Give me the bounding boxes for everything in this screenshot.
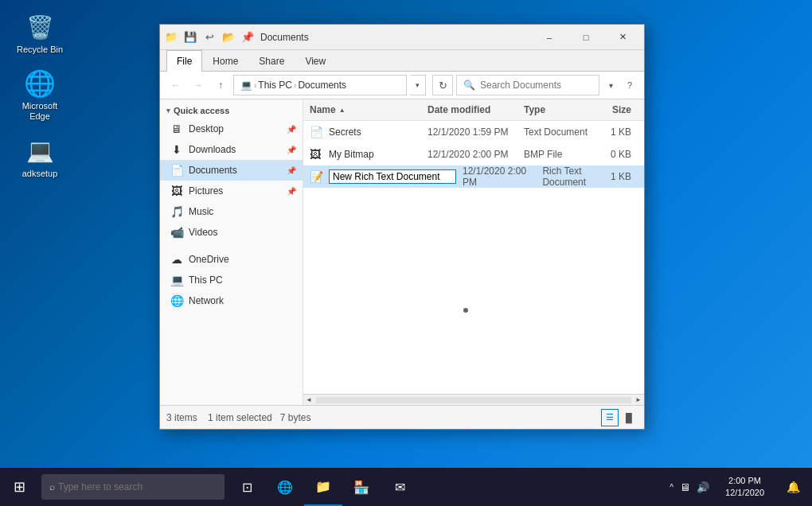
search-options-button[interactable]: ▾ <box>603 76 619 95</box>
minimize-button[interactable]: – <box>531 25 568 50</box>
file-row-richtextdoc[interactable]: 📝 12/1/2020 2:00 PM Rich Text Document 1… <box>303 165 644 188</box>
sidebar-videos-label: Videos <box>189 227 296 238</box>
pin-icon-4: 📌 <box>287 187 296 196</box>
close-button[interactable]: ✕ <box>604 25 641 50</box>
scroll-left-button[interactable]: ◄ <box>303 395 314 406</box>
sidebar-item-onedrive[interactable]: ☁ OneDrive <box>160 249 303 270</box>
sidebar-item-documents[interactable]: 📄 Documents 📌 <box>160 160 303 181</box>
scroll-right-button[interactable]: ► <box>633 395 644 406</box>
tab-share[interactable]: Share <box>248 50 295 72</box>
sidebar-network-label: Network <box>189 295 296 306</box>
taskbar-search-input[interactable] <box>58 481 201 492</box>
network-systray-icon: 🖥 <box>680 481 690 493</box>
search-box[interactable]: 🔍 <box>456 75 599 95</box>
col-header-name[interactable]: Name ▲ <box>310 101 421 119</box>
sidebar-item-music[interactable]: 🎵 Music <box>160 201 303 222</box>
file-name-mybitmap: 🖼 My Bitmap <box>310 148 421 161</box>
rename-input[interactable] <box>329 169 456 184</box>
clock-date: 12/1/2020 <box>725 487 764 499</box>
window-title: Documents <box>260 32 531 43</box>
file-row-secrets[interactable]: 📄 Secrets 12/1/2020 1:59 PM Text Documen… <box>303 121 644 143</box>
address-dropdown[interactable]: ▾ <box>410 75 426 95</box>
taskview-button[interactable]: ⊡ <box>228 468 266 506</box>
pin-icon: 📌 <box>287 125 296 134</box>
details-view-button[interactable]: ☰ <box>601 409 619 426</box>
file-type-secrets: Text Document <box>517 127 597 138</box>
file-row-mybitmap[interactable]: 🖼 My Bitmap 12/1/2020 2:00 PM BMP File 0… <box>303 143 644 165</box>
taskbar-edge-button[interactable]: 🌐 <box>266 468 304 506</box>
file-type-mybitmap: BMP File <box>517 149 597 160</box>
recycle-bin-icon[interactable]: 🗑️ Recycle Bin <box>12 8 68 58</box>
notification-button[interactable]: 🔔 <box>774 468 812 506</box>
sort-arrow: ▲ <box>339 107 345 114</box>
start-button[interactable]: ⊞ <box>0 468 38 506</box>
title-bar-folder2-icon: 📂 <box>221 29 236 45</box>
status-text: 3 items 1 item selected 7 bytes <box>166 412 601 423</box>
forward-button[interactable]: → <box>189 76 208 95</box>
address-bar: ← → ↑ 💻 › This PC › Documents ▾ ↻ 🔍 ▾ ? <box>160 72 644 99</box>
sidebar-item-pictures[interactable]: 🖼 Pictures 📌 <box>160 181 303 201</box>
path-thispc: This PC <box>258 80 292 91</box>
chevron-icon[interactable]: ^ <box>670 483 673 492</box>
address-path[interactable]: 💻 › This PC › Documents <box>233 75 407 95</box>
volume-icon[interactable]: 🔊 <box>697 481 709 493</box>
sidebar-item-downloads[interactable]: ⬇ Downloads 📌 <box>160 139 303 160</box>
title-bar-save-icon: 💾 <box>182 29 198 45</box>
downloads-icon: ⬇ <box>170 143 184 156</box>
documents-icon: 📄 <box>170 164 184 177</box>
pictures-icon: 🖼 <box>170 185 184 197</box>
sidebar-downloads-label: Downloads <box>189 144 282 155</box>
desktop-folder-icon: 🖥 <box>170 123 184 135</box>
horizontal-scrollbar[interactable]: ◄ ► <box>303 394 644 405</box>
taskbar-right: ^ 🖥 🔊 2:00 PM 12/1/2020 🔔 <box>663 468 812 506</box>
file-modified-mybitmap: 12/1/2020 2:00 PM <box>421 149 517 160</box>
taskbar-mail-button[interactable]: ✉ <box>381 468 419 506</box>
back-button[interactable]: ← <box>166 76 185 95</box>
sidebar-thispc-label: This PC <box>189 274 296 286</box>
edge-icon[interactable]: 🌐 Microsoft Edge <box>12 64 68 125</box>
maximize-button[interactable]: □ <box>568 25 604 50</box>
tab-home[interactable]: Home <box>202 50 248 72</box>
refresh-button[interactable]: ↻ <box>432 75 453 95</box>
file-modified-secrets: 12/1/2020 1:59 PM <box>421 127 517 138</box>
col-header-modified[interactable]: Date modified <box>421 101 517 119</box>
bitmap-icon: 🖼 <box>310 148 326 161</box>
pin-icon-2: 📌 <box>287 146 296 154</box>
status-view-controls: ☰ █ <box>601 409 638 426</box>
edge-label: Microsoft Edge <box>15 101 64 122</box>
file-size-richtextdoc: 1 KB <box>603 171 638 182</box>
tab-view[interactable]: View <box>295 50 336 72</box>
file-size-mybitmap: 0 KB <box>597 149 638 160</box>
taskbar-explorer-button[interactable]: 📁 <box>304 468 342 506</box>
sidebar-documents-label: Documents <box>189 165 282 176</box>
taskbar-store-button[interactable]: 🏪 <box>342 468 381 506</box>
taskbar-clock[interactable]: 2:00 PM 12/1/2020 <box>716 475 774 500</box>
sidebar-item-network[interactable]: 🌐 Network <box>160 290 303 311</box>
network-icon: 🌐 <box>170 294 184 307</box>
search-input[interactable] <box>480 80 592 91</box>
adksetup-icon[interactable]: 💻 adksetup <box>12 132 68 182</box>
adksetup-label: adksetup <box>22 169 58 179</box>
file-size-secrets: 1 KB <box>597 127 638 138</box>
quick-access-label: Quick access <box>174 106 229 115</box>
taskbar-search-icon: ⌕ <box>49 481 55 492</box>
scroll-track[interactable] <box>316 397 631 403</box>
quick-access-header[interactable]: ▾ Quick access <box>160 103 303 119</box>
sidebar-item-videos[interactable]: 📹 Videos <box>160 222 303 243</box>
file-list-header: Name ▲ Date modified Type Size <box>303 99 644 121</box>
path-documents: Documents <box>298 80 346 91</box>
desktop: 🗑️ Recycle Bin 🌐 Microsoft Edge 💻 adkset… <box>0 0 812 506</box>
sidebar-item-thispc[interactable]: 💻 This PC <box>160 270 303 290</box>
main-content: ▾ Quick access 🖥 Desktop 📌 ⬇ Downloads 📌… <box>160 99 644 405</box>
taskbar-search-box[interactable]: ⌕ <box>41 474 224 500</box>
col-header-type[interactable]: Type <box>517 101 597 119</box>
rtf-icon: 📝 <box>310 170 326 183</box>
file-type-richtextdoc: Rich Text Document <box>536 165 603 188</box>
large-icons-view-button[interactable]: █ <box>620 409 638 426</box>
tab-file[interactable]: File <box>166 50 202 72</box>
help-button[interactable]: ? <box>622 76 638 95</box>
up-button[interactable]: ↑ <box>211 76 230 95</box>
file-explorer-window: 📁 💾 ↩ 📂 📌 Documents – □ ✕ File Home Shar… <box>159 24 645 430</box>
sidebar-item-desktop[interactable]: 🖥 Desktop 📌 <box>160 119 303 139</box>
col-header-size[interactable]: Size <box>597 101 638 119</box>
